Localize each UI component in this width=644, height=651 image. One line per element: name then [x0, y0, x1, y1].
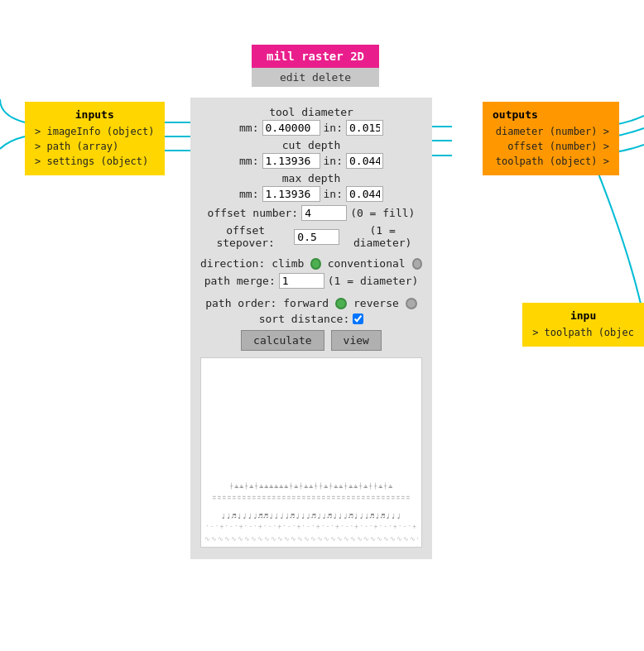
path-merge-hint: (1 = diameter)	[328, 275, 419, 287]
in-label-1: in:	[324, 122, 343, 134]
preview-line-3: ·-·+·-·+·-·+·-·+·-·+·-·+·-·+·-·+·-·+·-·+…	[204, 523, 418, 531]
outputs-item-diameter[interactable]: diameter (number) >	[493, 124, 609, 139]
path-merge-label: path merge:	[204, 275, 276, 287]
outputs-title: outputs	[493, 108, 609, 121]
offset-stepover-hint: (1 = diameter)	[343, 224, 422, 249]
preview-content: ⟊⟁⟁⟊⟁⟊⟁⟁⟁⟁⟁⟁⟊⟁⟊⟁⟁⟊⟊⟁⟊⟁⟁⟊⟁⟁⟊⟁⟊⟊⟁⟊⟁ ⩷⩷⩷⩷⩷⩷…	[201, 475, 421, 547]
forward-label: forward	[283, 297, 329, 309]
max-depth-in-input[interactable]	[346, 186, 383, 202]
mm-label-3: mm:	[239, 188, 258, 200]
offset-stepover-input[interactable]	[294, 229, 339, 245]
climb-radio[interactable]	[310, 258, 320, 270]
cut-depth-label: cut depth	[200, 139, 422, 151]
title-badge: mill raster 2D	[252, 45, 379, 68]
mm-label-1: mm:	[239, 122, 258, 134]
max-depth-label: max depth	[200, 172, 422, 184]
preview-line-4: ∿∿∿∿∿∿∿∿∿∿∿∿∿∿∿∿∿∿∿∿∿∿∿∿∿∿∿∿∿∿∿∿∿∿∿∿∿∿∿∿…	[204, 535, 418, 543]
title-node: mill raster 2D edit delete	[252, 45, 379, 87]
inputs2-title: inpu	[532, 309, 634, 322]
tool-diameter-label: tool diameter	[200, 106, 422, 118]
main-panel: tool diameter mm: in: cut depth mm: in: …	[190, 98, 432, 559]
in-label-2: in:	[324, 155, 343, 167]
in-label-3: in:	[324, 188, 343, 200]
outputs-node: outputs diameter (number) > offset (numb…	[483, 102, 619, 175]
edit-delete-bar[interactable]: edit delete	[252, 68, 379, 87]
inputs-item-imageinfo[interactable]: > imageInfo (object)	[35, 124, 155, 139]
max-depth-row: mm: in:	[200, 186, 422, 202]
calculate-button[interactable]: calculate	[241, 330, 324, 351]
sort-distance-label: sort distance:	[259, 313, 350, 325]
path-order-label: path order:	[205, 297, 276, 309]
tool-diam-in-input[interactable]	[346, 120, 383, 136]
sort-distance-checkbox[interactable]	[353, 314, 363, 324]
offset-number-label: offset number:	[208, 207, 299, 219]
direction-label: direction:	[200, 257, 265, 270]
offset-number-input[interactable]	[301, 205, 347, 221]
conventional-label: conventional	[328, 257, 406, 270]
preview-line-symbols: ⩷⩷⩷⩷⩷⩷⩷⩷⩷⩷⩷⩷⩷⩷⩷⩷⩷⩷⩷⩷⩷⩷⩷⩷⩷⩷⩷⩷⩷⩷⩷⩷⩷⩷⩷⩷⩷⩷⩷⩷	[204, 491, 418, 502]
inputs-item-settings[interactable]: > settings (object)	[35, 154, 155, 169]
forward-radio[interactable]	[335, 298, 347, 309]
path-merge-input[interactable]	[279, 273, 324, 289]
reverse-label: reverse	[353, 297, 399, 309]
inputs2-node: inpu > toolpath (objec	[522, 303, 644, 347]
direction-row: direction: climb conventional	[200, 257, 422, 270]
path-merge-row: path merge: (1 = diameter)	[200, 273, 422, 289]
preview-line-2: ♩♩♬♩♩♩♩♬♬♩♩♩♩♬♩♩♩♬♩♩♬♩♩♩♬♩♩♩♬♩♬♩♩♩	[204, 512, 418, 522]
path-order-row: path order: forward reverse	[200, 297, 422, 309]
offset-number-row: offset number: (0 = fill)	[200, 205, 422, 221]
conventional-radio[interactable]	[412, 258, 422, 270]
view-button[interactable]: view	[331, 330, 382, 351]
inputs-item-path[interactable]: > path (array)	[35, 139, 155, 154]
mm-label-2: mm:	[239, 155, 258, 167]
reverse-radio[interactable]	[406, 298, 417, 309]
climb-label: climb	[272, 257, 304, 270]
inputs2-item-toolpath[interactable]: > toolpath (objec	[532, 325, 634, 340]
outputs-item-offset[interactable]: offset (number) >	[493, 139, 609, 154]
max-depth-mm-input[interactable]	[262, 186, 320, 202]
action-buttons-row: calculate view	[200, 330, 422, 351]
outputs-item-toolpath[interactable]: toolpath (object) >	[493, 154, 609, 169]
tool-diam-mm-input[interactable]	[262, 120, 320, 136]
preview-line-1: ⟊⟁⟁⟊⟁⟊⟁⟁⟁⟁⟁⟁⟊⟁⟊⟁⟁⟊⟊⟁⟊⟁⟁⟊⟁⟁⟊⟁⟊⟊⟁⟊⟁	[204, 481, 418, 491]
cut-depth-mm-input[interactable]	[262, 153, 320, 169]
preview-area: ⟊⟁⟁⟊⟁⟊⟁⟁⟁⟁⟁⟁⟊⟁⟊⟁⟁⟊⟊⟁⟊⟁⟁⟊⟁⟁⟊⟁⟊⟊⟁⟊⟁ ⩷⩷⩷⩷⩷⩷…	[200, 357, 422, 548]
inputs-node: inputs > imageInfo (object) > path (arra…	[25, 102, 165, 175]
sort-distance-row: sort distance:	[200, 313, 422, 325]
offset-stepover-label: offset stepover:	[200, 224, 291, 249]
offset-number-hint: (0 = fill)	[350, 207, 415, 219]
cut-depth-row: mm: in:	[200, 153, 422, 169]
tool-diameter-row: mm: in:	[200, 120, 422, 136]
cut-depth-in-input[interactable]	[346, 153, 383, 169]
inputs-title: inputs	[35, 108, 155, 121]
offset-stepover-row: offset stepover: (1 = diameter)	[200, 224, 422, 249]
